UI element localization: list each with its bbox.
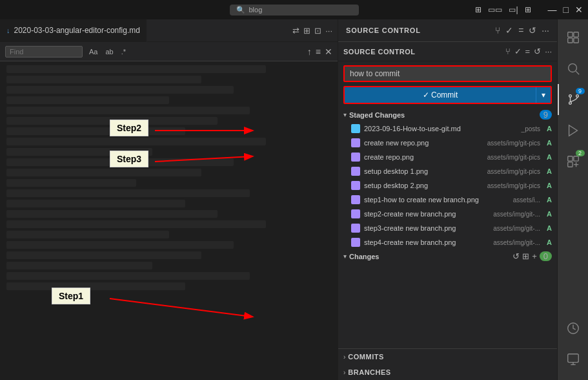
tab-more-icon[interactable]: ···: [325, 26, 332, 36]
file-name-text: step1-how to create new branch.png: [364, 196, 509, 204]
svg-rect-4: [573, 32, 578, 37]
sc-refresh-icon[interactable]: ↺: [529, 25, 536, 36]
staged-changes-header[interactable]: ▾ Staged Changes 9: [338, 108, 557, 121]
activity-explorer[interactable]: [558, 22, 589, 53]
file-type-icon: [351, 167, 360, 176]
changes-stash-icon[interactable]: ⊞: [522, 251, 529, 261]
sc-equals-icon[interactable]: =: [518, 25, 523, 36]
minimize-icon[interactable]: —: [548, 5, 557, 15]
sc-branch-icon2[interactable]: ⑂: [505, 47, 511, 56]
changes-stage-all-icon[interactable]: +: [532, 251, 537, 261]
branches-section[interactable]: › BRANCHES: [338, 364, 557, 380]
step1-box: Step1: [52, 288, 90, 304]
svg-rect-3: [567, 32, 572, 37]
sc-equals-icon2[interactable]: =: [525, 47, 531, 56]
activity-history[interactable]: [558, 313, 589, 344]
tab-grid-icon[interactable]: ⊡: [314, 26, 321, 36]
find-toggle-icon[interactable]: ≡: [316, 47, 321, 57]
activity-remote[interactable]: [558, 344, 589, 375]
commit-input-area: [338, 61, 557, 86]
svg-rect-6: [573, 38, 578, 43]
tile-windows-icon[interactable]: ⊞: [475, 5, 482, 14]
svg-point-9: [569, 95, 571, 98]
file-status-text: A: [547, 125, 552, 132]
file-path-text: _posts: [522, 125, 540, 132]
file-type-icon: [351, 224, 360, 233]
commit-message-box: [343, 65, 552, 82]
file-type-icon: [351, 238, 360, 247]
file-name-text: step3-create new branch.png: [364, 224, 489, 232]
commit-message-input[interactable]: [350, 69, 545, 78]
match-case-btn[interactable]: Aa: [86, 47, 100, 57]
file-path-text: assets/img/git-...: [493, 211, 540, 218]
file-type-icon: [351, 195, 360, 204]
staged-file-item[interactable]: 2023-09-16-How-to-use-git.md_postsA: [338, 121, 557, 136]
activity-bar: 9 2: [557, 19, 588, 380]
staged-badge: 9: [540, 110, 552, 120]
title-search-text: blog: [249, 6, 263, 14]
file-type-icon: [351, 181, 360, 190]
step-area: Step2 Step3 Step1: [0, 61, 338, 380]
file-status-text: A: [547, 182, 552, 189]
file-path-text: assets/i...: [513, 196, 540, 204]
step3-box: Step3: [110, 151, 148, 167]
changes-refresh-icon[interactable]: ↺: [512, 251, 520, 261]
file-path-text: assets/img/git-pics: [487, 168, 540, 175]
use-regex-btn[interactable]: .*: [119, 47, 128, 57]
find-options: Aa ab .*: [86, 47, 128, 57]
find-bar: Aa ab .* ↑ ≡ ✕: [0, 42, 338, 61]
sc-more-icon2[interactable]: ···: [545, 47, 552, 56]
close-icon[interactable]: ✕: [575, 5, 583, 15]
changes-header[interactable]: ▾ Changes ↺ ⊞ + 0: [338, 249, 557, 263]
branches-chevron: ›: [343, 369, 345, 376]
maximize-icon[interactable]: □: [563, 5, 569, 15]
staged-chevron: ▾: [343, 111, 347, 118]
file-status-text: A: [547, 196, 552, 204]
file-path-text: assets/img/git-pics: [487, 154, 540, 161]
sc-more-icon[interactable]: ···: [542, 25, 549, 36]
file-path-text: assets/img/git-...: [493, 225, 540, 232]
sc-panel-title-text: SOURCE CONTROL: [346, 26, 421, 34]
tile-split-icon[interactable]: ▭|: [509, 5, 518, 14]
staged-file-item[interactable]: step4-create new branch.pngassets/img/gi…: [338, 235, 557, 249]
sc-checkmark-icon[interactable]: ✓: [505, 25, 513, 36]
tile-layout-icon[interactable]: ▭▭: [488, 5, 502, 14]
staged-file-item[interactable]: step3-create new branch.pngassets/img/gi…: [338, 221, 557, 235]
sc-branch-icon[interactable]: ⑂: [495, 25, 500, 36]
tab-split-icon[interactable]: ⊞: [303, 26, 310, 36]
editor-bg: [0, 61, 338, 380]
activity-extensions[interactable]: 2: [558, 146, 589, 177]
activity-debug[interactable]: [558, 115, 589, 146]
file-name-text: setup desktop 1.png: [364, 167, 483, 175]
staged-file-item[interactable]: step2-create new branch.pngassets/img/gi…: [338, 207, 557, 221]
file-name-text: 2023-09-16-How-to-use-git.md: [364, 125, 518, 132]
staged-file-item[interactable]: setup desktop 1.pngassets/img/git-picsA: [338, 164, 557, 178]
file-path-text: assets/img/git-...: [493, 239, 540, 246]
extensions-badge: 2: [576, 150, 585, 156]
find-prev-icon[interactable]: ↑: [307, 47, 312, 57]
sc-refresh-icon2[interactable]: ↺: [534, 47, 541, 56]
main-layout: ↓ 2020-03-03-angular-editor-config.md ⇄ …: [0, 19, 588, 380]
sc-check-icon2[interactable]: ✓: [514, 47, 522, 56]
title-search[interactable]: 🔍 blog: [230, 5, 359, 16]
tab-file-icon: ↓: [6, 26, 10, 34]
find-input[interactable]: [5, 46, 83, 58]
commit-btn-container: ✓ Commit ▾: [343, 86, 552, 104]
editor-tab[interactable]: ↓ 2020-03-03-angular-editor-config.md: [0, 19, 147, 42]
activity-source-control[interactable]: 9: [558, 84, 589, 115]
staged-file-item[interactable]: step1-how to create new branch.pngassets…: [338, 193, 557, 207]
file-type-icon: [351, 124, 360, 133]
activity-search[interactable]: [558, 53, 589, 84]
tab-sync-icon[interactable]: ⇄: [292, 26, 299, 36]
commit-button[interactable]: ✓ Commit: [345, 87, 536, 103]
match-word-btn[interactable]: ab: [103, 47, 116, 57]
grid-icon[interactable]: ⊞: [525, 5, 531, 14]
commit-dropdown-btn[interactable]: ▾: [536, 87, 551, 103]
commits-section[interactable]: › COMMITS: [338, 349, 557, 364]
staged-section-actions: 9: [540, 110, 552, 120]
staged-file-item[interactable]: setup desktop 2.pngassets/img/git-picsA: [338, 178, 557, 193]
staged-file-item[interactable]: create new repo.pngassets/img/git-picsA: [338, 136, 557, 150]
find-close-icon[interactable]: ✕: [325, 47, 332, 57]
staged-file-item[interactable]: create repo.pngassets/img/git-picsA: [338, 150, 557, 164]
changes-section-actions: ↺ ⊞ + 0: [512, 251, 552, 261]
